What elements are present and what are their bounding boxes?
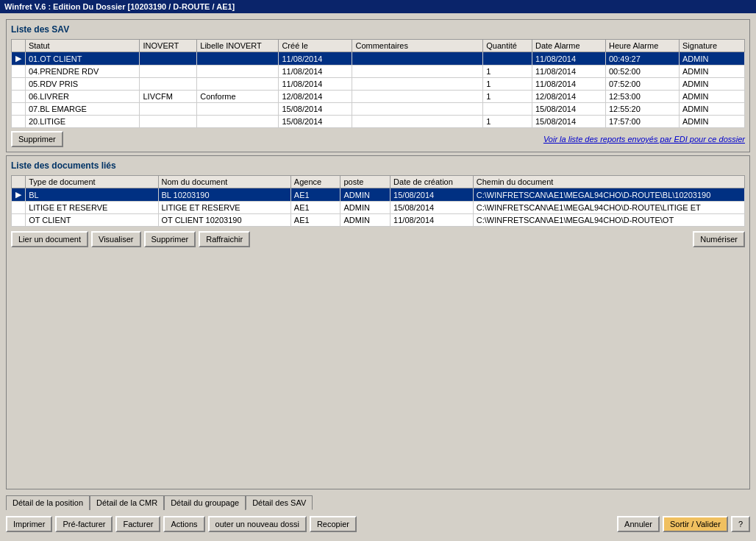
doc-date-creation: 11/08/2014 — [391, 214, 474, 227]
sav-heure-alarme: 12:55:20 — [606, 103, 680, 116]
sav-table-row[interactable]: 05.RDV PRIS 11/08/2014 1 11/08/2014 07:5… — [12, 78, 745, 91]
annuler-button[interactable]: Annuler — [617, 516, 660, 532]
docs-supprimer-button[interactable]: Supprimer — [144, 231, 196, 247]
row-indicator — [12, 214, 26, 227]
numeriser-button[interactable]: Numériser — [693, 231, 745, 247]
tab-detail-groupage[interactable]: Détail du groupage — [164, 495, 246, 510]
doc-type: LITIGE ET RESERVE — [26, 202, 158, 214]
sav-table-row[interactable]: 06.LIVRER LIVCFM Conforme 12/08/2014 1 1… — [12, 91, 745, 103]
doc-poste: ADMIN — [340, 214, 391, 227]
sav-commentaires — [352, 91, 483, 103]
docs-table-row[interactable]: ▶ BL BL 10203190 AE1 ADMIN 15/08/2014 C:… — [12, 188, 745, 202]
sav-heure-alarme: 00:52:00 — [606, 66, 680, 78]
sav-statut: 01.OT CLIENT — [25, 52, 140, 66]
sav-libelle — [197, 103, 279, 116]
help-button[interactable]: ? — [731, 516, 750, 532]
tab-detail-position[interactable]: Détail de la position — [6, 495, 90, 510]
actions-button[interactable]: Actions — [163, 516, 204, 532]
sav-inovert: LIVCFM — [140, 91, 197, 103]
sav-statut: 06.LIVRER — [25, 91, 140, 103]
docs-col-poste: poste — [340, 176, 391, 188]
sav-table-row[interactable]: ▶ 01.OT CLIENT 11/08/2014 11/08/2014 00:… — [12, 52, 745, 66]
sortir-valider-button[interactable]: Sortir / Valider — [663, 516, 728, 532]
tab-detail-sav[interactable]: Détail des SAV — [246, 495, 313, 510]
doc-poste: ADMIN — [340, 202, 391, 214]
tab-row: Détail de la position Détail de la CMR D… — [6, 495, 750, 510]
sav-col-libelle: Libelle INOVERT — [197, 40, 279, 52]
sav-cree: 15/08/2014 — [279, 116, 352, 128]
sav-table-row[interactable]: 07.BL EMARGE 15/08/2014 15/08/2014 12:55… — [12, 103, 745, 116]
sav-col-quantite: Quantité — [483, 40, 532, 52]
sav-statut: 04.PRENDRE RDV — [25, 66, 140, 78]
sav-delete-button[interactable]: Supprimer — [11, 131, 63, 147]
sav-date-alarme: 11/08/2014 — [532, 66, 605, 78]
bottom-buttons-row: Imprimer Pré-facturer Facturer Actions o… — [6, 513, 750, 534]
sav-col-statut: Statut — [25, 40, 140, 52]
sav-signature: ADMIN — [680, 91, 745, 103]
visualiser-button[interactable]: Visualiser — [91, 231, 141, 247]
sav-inovert — [140, 103, 197, 116]
sav-quantite: 1 — [483, 116, 532, 128]
sav-panel: Liste des SAV Statut INOVERT Libelle INO… — [6, 19, 750, 152]
sav-signature: ADMIN — [680, 66, 745, 78]
sav-date-alarme: 11/08/2014 — [532, 52, 605, 66]
sav-libelle — [197, 116, 279, 128]
sav-commentaires — [352, 78, 483, 91]
doc-poste: ADMIN — [340, 188, 391, 202]
sav-cree: 11/08/2014 — [279, 66, 352, 78]
title-bar: Winfret V.6 : Edition Du Dossier [102031… — [0, 0, 756, 13]
outer-nouveau-button[interactable]: outer un nouveau dossi — [208, 516, 307, 532]
sav-commentaires — [352, 103, 483, 116]
sav-panel-title: Liste des SAV — [11, 24, 745, 35]
lier-document-button[interactable]: Lier un document — [11, 231, 88, 247]
pre-facturer-button[interactable]: Pré-facturer — [55, 516, 113, 532]
sav-cree: 15/08/2014 — [279, 103, 352, 116]
sav-col-indicator — [12, 40, 26, 52]
sav-inovert — [140, 52, 197, 66]
docs-col-type: Type de document — [26, 176, 158, 188]
docs-table-row[interactable]: LITIGE ET RESERVE LITIGE ET RESERVE AE1 … — [12, 202, 745, 214]
tab-detail-cmr[interactable]: Détail de la CMR — [90, 495, 164, 510]
sav-table-row[interactable]: 20.LITIGE 15/08/2014 1 15/08/2014 17:57:… — [12, 116, 745, 128]
sav-inovert — [140, 66, 197, 78]
imprimer-button[interactable]: Imprimer — [6, 516, 52, 532]
docs-panel: Liste des documents liés Type de documen… — [6, 155, 750, 489]
doc-nom: BL 10203190 — [158, 188, 290, 202]
sav-col-commentaires: Commentaires — [352, 40, 483, 52]
sav-col-date-alarme: Date Alarme — [532, 40, 605, 52]
sav-date-alarme: 11/08/2014 — [532, 78, 605, 91]
sav-table-row[interactable]: 04.PRENDRE RDV 11/08/2014 1 11/08/2014 0… — [12, 66, 745, 78]
docs-col-chemin: Chemin du document — [473, 176, 744, 188]
sav-quantite — [483, 103, 532, 116]
row-indicator — [12, 103, 26, 116]
docs-table: Type de document Nom du document Agence … — [11, 175, 745, 227]
sav-statut: 20.LITIGE — [25, 116, 140, 128]
sav-cree: 12/08/2014 — [279, 91, 352, 103]
sav-heure-alarme: 00:49:27 — [606, 52, 680, 66]
sav-inovert — [140, 116, 197, 128]
facturer-button[interactable]: Facturer — [115, 516, 160, 532]
sav-inovert — [140, 78, 197, 91]
docs-table-row[interactable]: OT CLIENT OT CLIENT 10203190 AE1 ADMIN 1… — [12, 214, 745, 227]
sav-signature: ADMIN — [680, 116, 745, 128]
raffraichir-button[interactable]: Raffraichir — [199, 231, 250, 247]
doc-nom: OT CLIENT 10203190 — [158, 214, 290, 227]
sav-date-alarme: 15/08/2014 — [532, 103, 605, 116]
sav-quantite — [483, 52, 532, 66]
docs-col-nom: Nom du document — [158, 176, 290, 188]
recopier-button[interactable]: Recopier — [310, 516, 357, 532]
sav-commentaires — [352, 52, 483, 66]
docs-col-date-creation: Date de création — [391, 176, 474, 188]
sav-quantite: 1 — [483, 91, 532, 103]
docs-col-indicator — [12, 176, 26, 188]
row-indicator — [12, 66, 26, 78]
sav-libelle — [197, 52, 279, 66]
edi-link[interactable]: Voir la liste des reports envoyés par ED… — [543, 135, 745, 144]
doc-nom: LITIGE ET RESERVE — [158, 202, 290, 214]
doc-date-creation: 15/08/2014 — [391, 202, 474, 214]
sav-quantite: 1 — [483, 78, 532, 91]
sav-heure-alarme: 07:52:00 — [606, 78, 680, 91]
doc-type: OT CLIENT — [26, 214, 158, 227]
sav-statut: 05.RDV PRIS — [25, 78, 140, 91]
sav-col-heure-alarme: Heure Alarme — [606, 40, 680, 52]
